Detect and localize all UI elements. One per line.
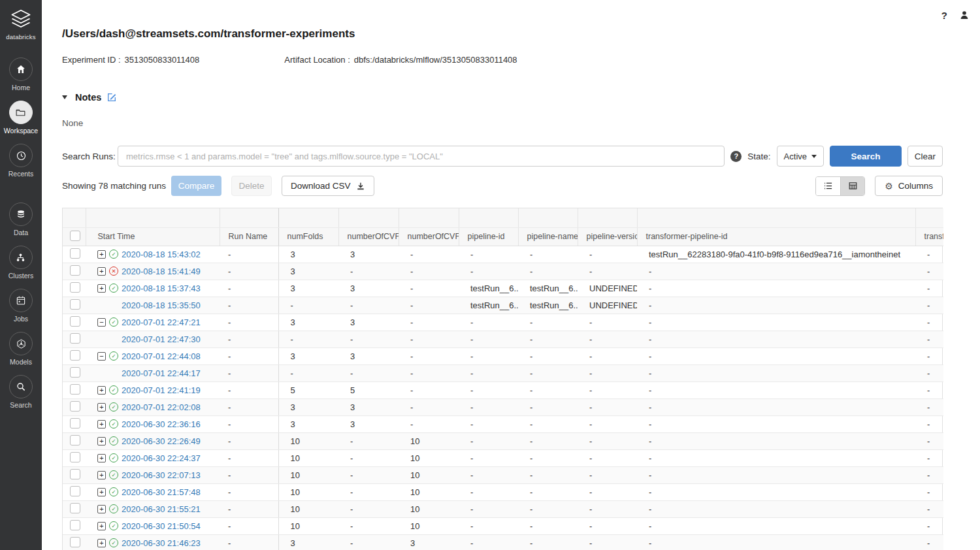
row-checkbox[interactable] [70,282,80,293]
run-start-time-link[interactable]: 2020-06-30 21:50:54 [122,521,201,531]
pipeline-id-cell: - [459,331,518,348]
notes-collapse-caret-icon[interactable] [62,95,67,99]
run-start-time-link[interactable]: 2020-06-30 22:24:37 [122,453,201,463]
column-header-numfolds[interactable]: numFolds [278,227,338,246]
expand-toggle-icon[interactable]: + [97,471,106,479]
run-start-time-link[interactable]: 2020-06-30 21:57:48 [122,487,201,497]
expand-toggle-icon[interactable]: + [97,522,106,530]
table-row: + ✓ 2020-07-01 22:02:08 - 3 3 - - - - - … [63,398,943,415]
expand-toggle-icon[interactable]: + [97,539,106,547]
run-start-time-link[interactable]: 2020-08-18 15:43:02 [122,250,201,259]
notes-title: Notes [75,92,101,103]
run-start-time-link[interactable]: 2020-08-18 15:35:50 [122,300,201,310]
columns-button[interactable]: ⚙ Columns [875,176,943,196]
databricks-logo[interactable]: databricks [6,8,35,40]
run-start-time-link[interactable]: 2020-06-30 22:26:49 [122,436,201,446]
search-button[interactable]: Search [830,146,902,167]
state-dropdown[interactable]: Active [777,146,824,167]
column-header-pipeline-name[interactable]: pipeline-name [518,227,578,246]
row-checkbox[interactable] [70,248,80,259]
row-checkbox[interactable] [70,503,80,513]
help-icon[interactable]: ? [941,10,947,21]
row-checkbox[interactable] [70,299,80,310]
column-header-pipeline-id[interactable]: pipeline-id [459,227,518,246]
row-checkbox[interactable] [70,520,80,530]
row-checkbox[interactable] [70,333,80,344]
expand-toggle-icon[interactable]: + [97,267,106,276]
column-header-start-time[interactable]: Start Time [86,227,220,246]
sidebar-item-search[interactable]: Search [9,375,33,409]
column-header-run-name[interactable]: Run Name [220,227,278,246]
expand-toggle-icon[interactable]: + [97,505,106,513]
table-view-button[interactable] [840,177,864,195]
search-runs-input[interactable] [118,146,725,167]
run-start-time-link[interactable]: 2020-06-30 21:55:21 [122,504,201,514]
expand-toggle-icon[interactable]: + [97,420,106,429]
clear-button[interactable]: Clear [907,146,943,167]
run-start-time-link[interactable]: 2020-06-30 22:07:13 [122,470,201,480]
column-header-numberofcvf-2[interactable]: numberOfCVFc [399,227,459,246]
expand-toggle-icon[interactable]: − [97,352,106,361]
pipeline-name-cell: - [518,398,578,415]
row-checkbox[interactable] [70,401,80,412]
pipeline-id-cell: - [459,348,518,364]
expand-toggle-icon[interactable]: + [97,250,106,259]
run-start-time-link[interactable]: 2020-06-30 22:36:16 [122,419,201,429]
run-start-time-link[interactable]: 2020-06-30 21:46:23 [122,538,201,548]
run-start-time-link[interactable]: 2020-08-18 15:37:43 [122,283,201,293]
sidebar-item-models[interactable]: Models [9,332,33,366]
expand-toggle-icon[interactable]: + [97,454,106,462]
row-checkbox-cell [63,449,86,466]
row-checkbox[interactable] [70,418,80,429]
run-start-time-link[interactable]: 2020-07-01 22:41:19 [122,385,201,395]
row-checkbox[interactable] [70,384,80,395]
run-start-time-link[interactable]: 2020-07-01 22:02:08 [122,402,201,412]
sidebar-item-data[interactable]: Data [9,202,33,236]
user-account-icon[interactable] [959,10,970,20]
run-start-time-link[interactable]: 2020-07-01 22:47:30 [122,334,201,344]
start-time-cell: + ✓ 2020-08-18 15:43:02 [86,246,220,263]
select-all-checkbox[interactable] [70,231,80,241]
row-checkbox[interactable] [70,265,80,276]
column-header-transformer-pipeline-id[interactable]: transformer-pipeline-id [637,227,915,246]
column-header-numberofcvf-1[interactable]: numberOfCVFc [338,227,399,246]
expand-toggle-icon[interactable]: − [97,318,106,327]
search-help-icon[interactable]: ? [730,151,742,162]
sidebar-item-workspace[interactable]: Workspace [4,101,38,135]
run-status-icon: ✕ [109,267,118,276]
download-csv-button[interactable]: Download CSV [282,176,374,196]
row-checkbox[interactable] [70,350,80,361]
compare-button[interactable]: Compare [171,176,221,196]
row-checkbox-cell [63,466,86,483]
column-header-pipeline-version[interactable]: pipeline-versio [578,227,637,246]
notes-edit-icon[interactable] [106,92,117,103]
row-checkbox[interactable] [70,367,80,378]
list-view-button[interactable] [816,177,840,195]
row-checkbox[interactable] [70,537,80,547]
sidebar-item-recents[interactable]: Recents [8,144,34,178]
table-row: 2020-08-18 15:35:50 - - - - testRun__6..… [63,297,943,314]
run-start-time-link[interactable]: 2020-07-01 22:44:08 [122,351,201,361]
expand-toggle-icon[interactable]: + [97,403,106,412]
delete-button[interactable]: Delete [231,176,272,196]
expand-toggle-icon[interactable]: + [97,437,106,445]
sidebar-item-jobs[interactable]: Jobs [9,289,33,323]
run-status-icon: ✓ [109,317,118,327]
row-checkbox[interactable] [70,435,80,445]
run-start-time-link[interactable]: 2020-07-01 22:47:21 [122,317,201,327]
run-start-time-link[interactable]: 2020-07-01 22:44:17 [122,368,201,378]
row-checkbox[interactable] [70,316,80,327]
row-checkbox[interactable] [70,469,80,479]
expand-toggle-icon[interactable]: + [97,284,106,293]
run-start-time-link[interactable]: 2020-08-18 15:41:49 [122,267,201,276]
column-header-transf[interactable]: transf [915,227,943,246]
sidebar-item-home[interactable]: Home [9,57,33,91]
transf-cell: - [915,415,943,432]
sidebar-item-clusters[interactable]: Clusters [8,246,34,280]
transformer-pipeline-id-cell: - [637,483,915,500]
expand-toggle-icon[interactable]: + [97,386,106,395]
expand-toggle-icon[interactable]: + [97,488,106,496]
row-checkbox[interactable] [70,452,80,462]
row-checkbox[interactable] [70,486,80,496]
transf-cell: - [915,534,943,550]
